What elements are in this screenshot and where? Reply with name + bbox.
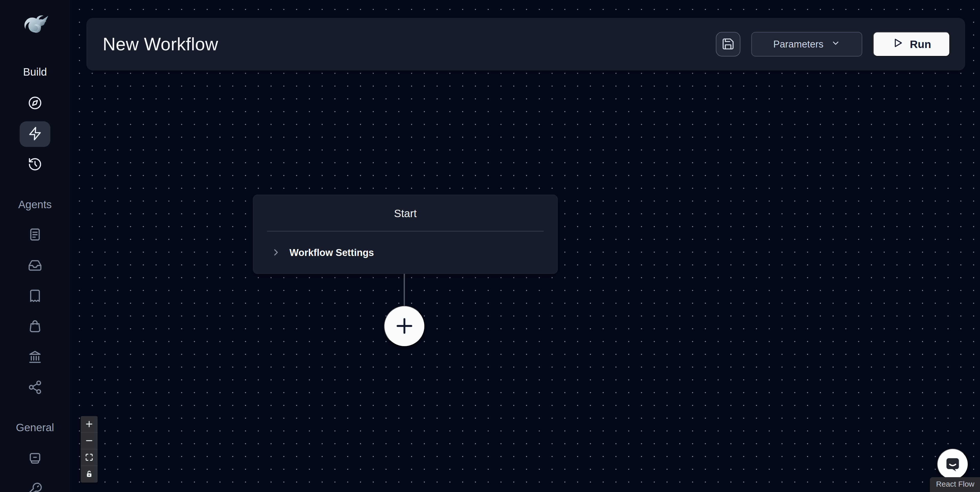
sidebar-item-finance[interactable] xyxy=(20,345,50,370)
start-node[interactable]: Start Workflow Settings xyxy=(253,195,558,274)
run-button[interactable]: Run xyxy=(873,32,950,56)
chat-launcher-button[interactable] xyxy=(937,449,968,480)
sidebar-item-receipts[interactable] xyxy=(20,283,50,309)
receipt-icon xyxy=(28,288,42,304)
dragon-logo-icon[interactable] xyxy=(20,13,50,44)
flow-controls xyxy=(81,416,98,482)
flow-canvas[interactable]: New Workflow Parameters xyxy=(71,0,980,492)
react-flow-attribution[interactable]: React Flow xyxy=(930,477,980,492)
run-label: Run xyxy=(910,38,931,51)
workflow-title[interactable]: New Workflow xyxy=(103,34,218,54)
parameters-dropdown[interactable]: Parameters xyxy=(751,32,862,56)
sidebar-item-explore[interactable] xyxy=(20,91,50,116)
sidebar-item-integrations[interactable] xyxy=(20,375,50,401)
parameters-label: Parameters xyxy=(773,39,823,50)
lightning-icon xyxy=(28,126,42,142)
sidebar-item-credentials[interactable] xyxy=(20,477,50,492)
zoom-in-button[interactable] xyxy=(81,416,98,433)
sidebar-section-general: General xyxy=(0,422,70,434)
chat-bubble-icon xyxy=(943,454,962,474)
sidebar-item-inbox[interactable] xyxy=(20,253,50,279)
chevron-right-icon xyxy=(271,248,281,258)
save-icon xyxy=(721,37,735,51)
play-icon xyxy=(892,37,904,51)
workflow-builder-app: Build xyxy=(0,0,980,492)
fit-view-button[interactable] xyxy=(81,449,98,466)
key-icon xyxy=(28,482,42,492)
inbox-icon xyxy=(28,258,42,274)
notes-icon xyxy=(28,227,42,243)
start-node-divider xyxy=(267,231,544,231)
sidebar-item-subscription[interactable] xyxy=(20,446,50,471)
zoom-out-icon xyxy=(85,436,94,446)
zoom-in-icon xyxy=(85,420,94,429)
compass-icon xyxy=(28,96,42,111)
sidebar-section-build: Build xyxy=(0,66,70,78)
start-node-title: Start xyxy=(253,195,557,220)
sidebar-item-notes[interactable] xyxy=(20,222,50,248)
workflow-header: New Workflow Parameters xyxy=(86,18,965,70)
add-node-button[interactable] xyxy=(384,306,425,347)
sidebar-item-workflows[interactable] xyxy=(20,121,50,147)
sidebar: Build xyxy=(0,0,70,492)
zoom-out-button[interactable] xyxy=(81,433,98,449)
sidebar-section-agents: Agents xyxy=(0,199,70,211)
fit-view-icon xyxy=(85,453,94,462)
shopping-bag-icon xyxy=(28,318,42,334)
workflow-settings-toggle[interactable]: Workflow Settings xyxy=(253,247,557,258)
history-icon xyxy=(28,157,42,173)
bank-icon xyxy=(28,350,42,366)
save-button[interactable] xyxy=(716,32,740,56)
node-connector-edge xyxy=(404,274,405,307)
card-reader-icon xyxy=(28,451,42,467)
lock-toggle-button[interactable] xyxy=(81,466,98,482)
header-actions: Parameters Run xyxy=(716,32,950,56)
chevron-down-icon xyxy=(831,38,840,50)
workflow-settings-label: Workflow Settings xyxy=(290,247,374,258)
unlock-icon xyxy=(85,470,94,479)
sidebar-item-marketplace[interactable] xyxy=(20,314,50,339)
plus-icon xyxy=(393,314,416,339)
share-icon xyxy=(28,380,42,396)
sidebar-item-history[interactable] xyxy=(20,152,50,178)
